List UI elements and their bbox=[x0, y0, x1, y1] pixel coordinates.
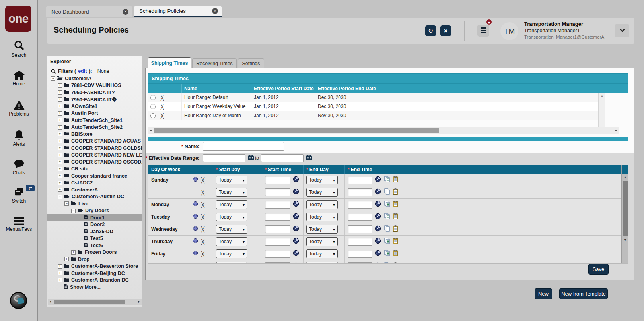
start-day-select[interactable]: Today▾ bbox=[216, 237, 247, 246]
start-date-input[interactable] bbox=[203, 154, 245, 162]
start-day-select[interactable]: Today▾ bbox=[216, 262, 247, 264]
clock-icon[interactable] bbox=[293, 213, 299, 221]
clock-icon[interactable] bbox=[293, 225, 299, 233]
tree-item-autotendersch-site1[interactable]: +AutoTenderSch_Site1 bbox=[47, 117, 142, 124]
expand-icon[interactable]: + bbox=[58, 90, 62, 95]
clock-icon[interactable] bbox=[293, 262, 299, 264]
start-time-input[interactable] bbox=[265, 225, 290, 233]
clock-icon[interactable] bbox=[375, 201, 381, 209]
end-day-select[interactable]: Today▾ bbox=[306, 200, 338, 209]
clock-icon[interactable] bbox=[293, 176, 299, 184]
start-day-select[interactable]: Today▾ bbox=[216, 176, 247, 184]
end-time-input[interactable] bbox=[348, 176, 372, 184]
tree-item-frozen-doors[interactable]: +Frozen Doors bbox=[47, 249, 142, 256]
end-day-select[interactable]: Today▾ bbox=[306, 237, 338, 246]
row-radio[interactable] bbox=[150, 113, 156, 118]
clock-icon[interactable] bbox=[375, 262, 381, 264]
clock-icon[interactable] bbox=[293, 250, 299, 258]
delete-icon[interactable]: ╳ bbox=[201, 215, 204, 220]
start-day-select[interactable]: Today▾ bbox=[216, 249, 247, 258]
expand-icon[interactable]: + bbox=[58, 264, 62, 269]
tree-item-door1[interactable]: Door1 bbox=[47, 214, 142, 221]
add-row-icon[interactable] bbox=[193, 213, 198, 220]
calendar-icon[interactable] bbox=[305, 155, 312, 162]
expand-icon[interactable]: + bbox=[58, 132, 62, 136]
tree-item-cstadc2[interactable]: +CstADC2 bbox=[47, 180, 142, 187]
start-day-select[interactable]: Today▾ bbox=[216, 200, 247, 209]
end-time-input[interactable] bbox=[348, 201, 372, 209]
expand-icon[interactable]: + bbox=[58, 188, 62, 192]
add-row-icon[interactable] bbox=[193, 176, 198, 184]
start-day-select[interactable]: Today▾ bbox=[216, 188, 247, 197]
sidebar-item-chats[interactable]: Chats bbox=[0, 159, 38, 176]
delete-icon[interactable]: ╳ bbox=[201, 251, 204, 257]
expand-icon[interactable]: + bbox=[58, 111, 62, 116]
assistant-avatar-icon[interactable] bbox=[10, 292, 27, 309]
paste-icon[interactable] bbox=[393, 176, 398, 184]
delete-icon[interactable]: ╳ bbox=[201, 264, 204, 264]
window-tab-neo-dashboard[interactable]: Neo Dashboard ✕ bbox=[46, 6, 132, 17]
user-dropdown-button[interactable] bbox=[615, 24, 629, 37]
copy-icon[interactable] bbox=[384, 188, 390, 196]
add-row-icon[interactable] bbox=[193, 250, 198, 257]
tree-item-customera[interactable]: +CustomerA bbox=[47, 186, 142, 193]
expand-icon[interactable]: + bbox=[58, 139, 62, 143]
tab-shipping-times[interactable]: Shipping Times bbox=[148, 57, 191, 68]
start-day-select[interactable]: Today▾ bbox=[216, 225, 247, 234]
filters-edit-link[interactable]: edit bbox=[78, 68, 87, 74]
avatar[interactable]: TM bbox=[500, 22, 518, 40]
end-day-select[interactable]: Today▾ bbox=[306, 262, 338, 264]
tree-item-customera-brandon-dc[interactable]: +CustomerA-Brandon DC bbox=[47, 277, 142, 284]
expand-icon[interactable]: + bbox=[58, 104, 62, 108]
expand-icon[interactable]: + bbox=[58, 97, 62, 102]
tree-item-show-more-[interactable]: Show More... bbox=[47, 284, 142, 291]
start-time-input[interactable] bbox=[265, 250, 290, 258]
end-time-input[interactable] bbox=[348, 225, 372, 233]
sidebar-item-switch[interactable]: Switch⇄ bbox=[0, 187, 38, 204]
close-page-button[interactable]: ✕ bbox=[440, 25, 451, 36]
tree-item-cooper-standard-goldsboro[interactable]: +COOPER STANDARD GOLDSBORO bbox=[47, 145, 142, 152]
row-radio[interactable] bbox=[150, 104, 156, 109]
expand-icon[interactable]: + bbox=[58, 153, 62, 157]
delete-icon[interactable]: ╳ bbox=[201, 202, 204, 207]
explorer-horizontal-scrollbar[interactable]: ◄ ► bbox=[48, 299, 142, 305]
copy-icon[interactable] bbox=[384, 176, 390, 184]
day-table-vertical-scrollbar[interactable]: ▲ ▼ bbox=[621, 165, 628, 264]
tree-item-aownsite1[interactable]: +AOwnSite1 bbox=[47, 103, 142, 110]
delete-icon[interactable]: ╳ bbox=[201, 227, 204, 232]
add-row-icon[interactable] bbox=[193, 263, 198, 264]
end-time-input[interactable] bbox=[348, 238, 372, 246]
expand-icon[interactable]: + bbox=[58, 271, 62, 275]
expand-icon[interactable]: + bbox=[71, 250, 76, 255]
start-time-input[interactable] bbox=[265, 213, 290, 221]
window-tab-scheduling-policies[interactable]: Scheduling Policies ✕ bbox=[134, 6, 222, 17]
collapse-icon[interactable]: − bbox=[51, 76, 55, 81]
tree-item-autotendersch-site2[interactable]: +AutoTenderSch_Site2 bbox=[47, 124, 142, 131]
tree-item-bbistore[interactable]: +BBIStore bbox=[47, 131, 142, 138]
paste-icon[interactable] bbox=[393, 188, 398, 196]
paste-icon[interactable] bbox=[393, 238, 398, 246]
tree-item-customera-austin-dc[interactable]: −CustomerA-Austin DC bbox=[47, 193, 142, 201]
close-icon[interactable]: ✕ bbox=[212, 8, 218, 14]
tree-item-7950-fabrica-it-[interactable]: +7950-FABRICA IT? bbox=[47, 89, 142, 96]
tree-item-cooper-standard-oscoda[interactable]: +COOPER STANDARD OSCODA bbox=[47, 159, 142, 166]
add-row-icon[interactable] bbox=[193, 226, 198, 233]
user-menu-icon[interactable] bbox=[477, 25, 489, 37]
sidebar-item-home[interactable]: Home bbox=[0, 70, 38, 87]
expand-icon[interactable]: + bbox=[64, 257, 69, 261]
expand-icon[interactable]: + bbox=[58, 83, 62, 88]
one-logo[interactable]: one bbox=[5, 6, 31, 32]
tree-item-customera-beijing-dc[interactable]: +CustomerA-Beijing DC bbox=[47, 270, 142, 277]
tree-item-test5[interactable]: Test5 bbox=[47, 235, 142, 242]
collapse-icon[interactable]: − bbox=[58, 195, 62, 199]
expand-icon[interactable]: + bbox=[58, 125, 62, 130]
clock-icon[interactable] bbox=[293, 238, 299, 246]
expand-icon[interactable]: + bbox=[58, 146, 62, 150]
end-time-input[interactable] bbox=[348, 188, 372, 196]
clock-icon[interactable] bbox=[375, 213, 381, 221]
calendar-icon[interactable] bbox=[247, 155, 254, 162]
tree-item-live[interactable]: −Live bbox=[47, 200, 142, 207]
copy-icon[interactable] bbox=[384, 250, 390, 258]
scroll-up-icon[interactable]: ▲ bbox=[599, 94, 605, 98]
end-day-select[interactable]: Today▾ bbox=[306, 176, 338, 184]
